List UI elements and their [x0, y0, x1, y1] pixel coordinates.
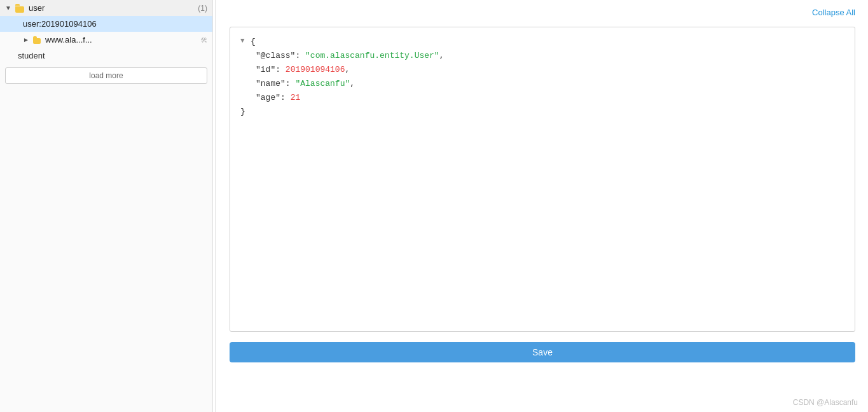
collapse-toggle[interactable]: ▼ — [240, 35, 248, 47]
json-open-line: ▼ { — [240, 35, 844, 49]
sidebar: ▼ user (1) user:201901094106 ► www.ala..… — [0, 0, 213, 412]
sidebar-item-user-entry[interactable]: user:201901094106 — [0, 16, 212, 32]
main-panel: Collapse All ▼ { "@class" : "com.alascan… — [217, 0, 868, 412]
tree-count: (1) — [198, 4, 207, 13]
sidebar-item-student: student — [0, 48, 212, 64]
load-more-button[interactable]: load more — [5, 67, 207, 84]
json-close-brace: } — [240, 105, 245, 119]
sidebar-entry-label: user:201901094106 — [23, 19, 207, 29]
save-button[interactable]: Save — [230, 342, 855, 362]
json-key-id: "id" — [256, 63, 275, 77]
json-comma-class: , — [439, 49, 444, 63]
json-colon-age: : — [280, 91, 291, 105]
chevron-right-icon: ► — [23, 36, 31, 43]
watermark: CSDN @Alascanfu — [793, 398, 858, 407]
json-comma-id: , — [345, 63, 350, 77]
folder-icon — [33, 36, 42, 44]
sidebar-item-user-folder[interactable]: ▼ user (1) — [0, 0, 212, 16]
json-val-name: "Alascanfu" — [295, 77, 350, 91]
json-field-name: "name" : "Alascanfu" , — [256, 77, 844, 91]
json-key-name: "name" — [256, 77, 286, 91]
json-val-id: 201901094106 — [286, 63, 345, 77]
json-field-class: "@class" : "com.alascanfu.entity.User" , — [256, 49, 844, 63]
json-comma-name: , — [350, 77, 355, 91]
json-close-line: } — [240, 105, 844, 119]
json-val-age: 21 — [291, 91, 301, 105]
chevron-down-icon: ▼ — [5, 4, 13, 11]
collapse-all-button[interactable]: Collapse All — [812, 8, 855, 17]
json-key-age: "age" — [256, 91, 280, 105]
sidebar-item-label: user — [29, 3, 195, 13]
json-colon-id: : — [275, 63, 286, 77]
json-fields: "@class" : "com.alascanfu.entity.User" ,… — [240, 49, 844, 105]
json-key-class: "@class" — [256, 49, 295, 63]
student-label: student — [18, 51, 45, 60]
json-colon-name: : — [286, 77, 296, 91]
json-field-id: "id" : 201901094106 , — [256, 63, 844, 77]
json-colon-class: : — [295, 49, 305, 63]
sidebar-www-label: www.ala...f... — [45, 35, 200, 45]
json-open-brace: { — [251, 35, 256, 49]
www-icon-placeholder: 🛠 — [200, 36, 207, 44]
sidebar-item-www-folder[interactable]: ► www.ala...f... 🛠 — [0, 32, 212, 48]
folder-icon — [15, 4, 25, 13]
json-viewer: ▼ { "@class" : "com.alascanfu.entity.Use… — [230, 27, 855, 332]
json-field-age: "age" : 21 — [256, 91, 844, 105]
json-val-class: "com.alascanfu.entity.User" — [305, 49, 439, 63]
